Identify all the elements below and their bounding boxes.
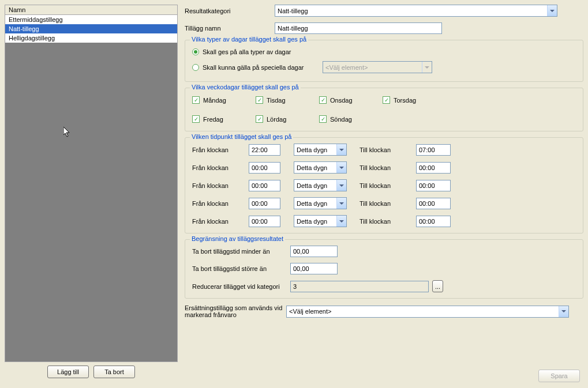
name-list[interactable]: Ettermiddagstillegg Natt-tillegg Helligd… xyxy=(5,15,178,362)
from-label: Från klockan xyxy=(192,146,238,153)
checkbox-wed[interactable]: ✓ xyxy=(319,96,327,104)
special-days-combo: <Välj element> xyxy=(323,61,432,73)
label-tue: Tisdag xyxy=(267,97,286,104)
browse-button[interactable]: ... xyxy=(432,280,443,292)
radio-all-days-label: Skall ges på alla typer av dagar xyxy=(203,48,291,55)
special-days-placeholder: <Välj element> xyxy=(325,64,368,71)
chevron-down-icon[interactable] xyxy=(336,180,346,191)
more-label: Ta bort tilläggstid större än xyxy=(192,265,290,272)
day-combo[interactable]: Detta dygn xyxy=(294,144,347,156)
to-time-input[interactable] xyxy=(416,216,451,227)
radio-all-days[interactable] xyxy=(192,48,199,55)
replacement-combo[interactable]: <Välj element> xyxy=(286,306,569,318)
label-sat: Lördag xyxy=(267,116,286,123)
list-item[interactable]: Helligdagstillegg xyxy=(5,33,177,43)
radio-special-days[interactable] xyxy=(192,64,199,71)
label-thu: Torsdag xyxy=(394,97,416,104)
less-label: Ta bort tilläggstid minder än xyxy=(192,248,290,255)
chevron-down-icon[interactable] xyxy=(559,306,568,317)
checkbox-tue[interactable]: ✓ xyxy=(256,96,263,104)
reduce-input xyxy=(290,281,429,292)
label-wed: Onsdag xyxy=(330,97,353,104)
list-item[interactable]: Natt-tillegg xyxy=(5,24,177,33)
limits-group: Begränsning av tilläggsresultatet Ta bor… xyxy=(185,239,583,299)
to-time-input[interactable] xyxy=(416,162,451,174)
to-label: Till klockan xyxy=(359,218,406,225)
add-button[interactable]: Lägg till xyxy=(47,366,89,378)
from-time-input[interactable] xyxy=(249,198,280,209)
chevron-down-icon[interactable] xyxy=(336,162,346,173)
to-label: Till klockan xyxy=(359,146,406,153)
weekdays-group: Vilka veckodagar tillägget skall ges på … xyxy=(185,88,583,131)
from-label: Från klockan xyxy=(192,182,238,189)
to-time-input[interactable] xyxy=(416,180,451,191)
checkbox-sat[interactable]: ✓ xyxy=(256,115,263,123)
from-time-input[interactable] xyxy=(249,216,280,227)
day-types-group: Vilka typer av dagar tillägget skall ges… xyxy=(185,40,583,82)
day-combo[interactable]: Detta dygn xyxy=(294,161,347,174)
label-fri: Fredag xyxy=(203,116,223,123)
from-time-input[interactable] xyxy=(249,162,280,174)
chevron-down-icon[interactable] xyxy=(336,144,346,155)
radio-special-days-label: Skall kunna gälla på speciella dagar xyxy=(203,64,319,71)
checkbox-fri[interactable]: ✓ xyxy=(192,115,200,123)
checkbox-thu[interactable]: ✓ xyxy=(383,96,390,104)
day-combo[interactable]: Detta dygn xyxy=(294,215,347,227)
to-label: Till klockan xyxy=(359,182,406,189)
chevron-down-icon[interactable] xyxy=(547,5,557,16)
from-label: Från klockan xyxy=(192,200,238,207)
day-combo[interactable]: Detta dygn xyxy=(294,197,347,209)
result-category-value: Natt-tillegg xyxy=(278,7,308,14)
more-input[interactable] xyxy=(290,263,338,274)
to-label: Till klockan xyxy=(359,164,406,171)
limits-legend: Begränsning av tilläggsresultatet xyxy=(190,235,285,242)
list-item[interactable]: Ettermiddagstillegg xyxy=(5,15,177,24)
list-header[interactable]: Namn xyxy=(5,5,178,15)
less-input[interactable] xyxy=(290,246,338,257)
from-time-input[interactable] xyxy=(249,144,280,156)
day-types-legend: Vilka typer av dagar tillägget skall ges… xyxy=(190,36,308,43)
from-label: Från klockan xyxy=(192,218,238,225)
label-sun: Söndag xyxy=(330,116,352,123)
checkbox-sun[interactable]: ✓ xyxy=(319,115,327,123)
weekdays-legend: Vilka veckodagar tillägget skall ges på xyxy=(190,84,301,91)
checkbox-mon[interactable]: ✓ xyxy=(192,96,200,104)
chevron-down-icon[interactable] xyxy=(336,216,346,227)
times-legend: Vilken tidpunkt tillägget skall ges på xyxy=(190,133,293,140)
from-time-input[interactable] xyxy=(249,180,280,191)
remove-button[interactable]: Ta bort xyxy=(93,366,135,378)
result-category-label: Resultatkategori xyxy=(185,7,275,14)
times-group: Vilken tidpunkt tillägget skall ges på F… xyxy=(185,137,583,233)
label-mon: Måndag xyxy=(203,97,226,104)
reduce-label: Reducerar tillägget vid kategori xyxy=(192,283,290,290)
chevron-down-icon[interactable] xyxy=(336,198,346,209)
name-label: Tillägg namn xyxy=(185,25,275,32)
save-button[interactable]: Spara xyxy=(538,370,580,382)
replacement-label: Ersättningstillägg som används vid marke… xyxy=(185,304,286,318)
to-time-input[interactable] xyxy=(416,198,451,209)
chevron-down-icon xyxy=(422,62,432,73)
name-input[interactable] xyxy=(275,22,442,34)
to-label: Till klockan xyxy=(359,200,406,207)
to-time-input[interactable] xyxy=(416,144,451,156)
replacement-value: <Välj element> xyxy=(289,308,331,315)
day-combo[interactable]: Detta dygn xyxy=(294,179,347,191)
result-category-combo[interactable]: Natt-tillegg xyxy=(275,5,557,17)
from-label: Från klockan xyxy=(192,164,238,171)
